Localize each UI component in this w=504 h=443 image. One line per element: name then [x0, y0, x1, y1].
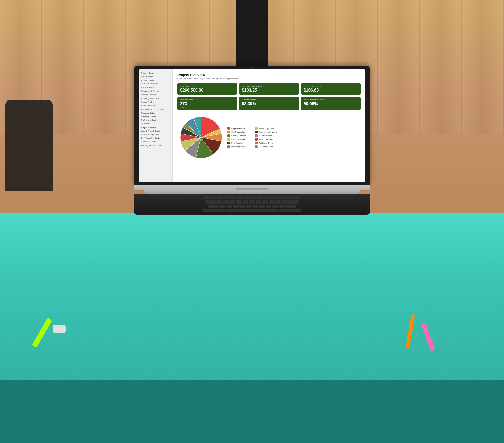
legend-color-swatch: [227, 138, 230, 141]
legend-color-swatch: [227, 131, 230, 133]
legend-color-swatch: [227, 134, 230, 137]
sidebar-item[interactable]: Calculator: [140, 122, 171, 126]
legend-label: Financing Costs: [259, 146, 273, 148]
sidebar-item[interactable]: Foundation Costs: [140, 140, 171, 144]
desk-front: [0, 385, 504, 443]
legend-color-swatch: [227, 127, 230, 130]
kpi-label: Project Duration: [180, 99, 234, 101]
legend-label: Marketing Sales: [231, 146, 245, 148]
legend-color-swatch: [255, 131, 258, 133]
sidebar-item[interactable]: Interior Finishes: [140, 100, 171, 104]
legend-color-swatch: [255, 127, 258, 130]
kpi-label: Cost per Sq Ft (Total): [304, 85, 358, 87]
legend-label: Permits Approvals: [259, 127, 275, 130]
kpi-value: 53.30%: [242, 102, 296, 106]
laptop-keyboard: [134, 194, 370, 215]
kpi-value: 273: [180, 102, 234, 106]
sidebar-item[interactable]: Professional Costs: [140, 118, 171, 122]
kpi-grid: Total Project Cost $266,500.00 Cost per …: [177, 83, 361, 110]
legend-item: Permits Approvals: [255, 127, 277, 130]
sidebar-item[interactable]: Project Timeline: [140, 79, 171, 82]
laptop-screen-bezel: Property DetailsProject DetailsProject T…: [134, 66, 370, 185]
sidebar-item[interactable]: Plumbing, Electrical &...: [140, 97, 171, 100]
legend-color-swatch: [255, 134, 258, 137]
legend-item: Major Systems: [255, 134, 277, 137]
laptop: Property DetailsProject DetailsProject T…: [134, 66, 370, 215]
main-content: Project Overview Overview of total costs…: [173, 69, 365, 182]
legend-label: Property Details: [231, 127, 245, 130]
legend-item: Financing Costs: [255, 145, 277, 148]
legend-label: Additional Costs: [259, 142, 273, 144]
sidebar: Property DetailsProject DetailsProject T…: [139, 69, 173, 182]
kpi-value: $106.60: [304, 88, 358, 93]
kpi-value: $133.25: [242, 88, 296, 93]
sidebar-item[interactable]: Site Preparation: [140, 86, 171, 89]
legend-label: Exterior Finishes: [259, 138, 274, 141]
legend-item: Framing Exterior: [227, 134, 250, 137]
pie-chart: [177, 114, 225, 161]
legend-item: Foundation Structure: [255, 131, 277, 133]
sidebar-item[interactable]: Appliances & Final Touches: [140, 108, 171, 111]
kpi-value: $266,500.00: [180, 88, 234, 93]
kpi-label: Cost per Sq Ft (Finished): [242, 85, 296, 87]
tape-dispenser: [52, 325, 66, 333]
laptop-screen: Property DetailsProject DetailsProject T…: [139, 69, 365, 182]
legend-color-swatch: [255, 138, 258, 141]
legend-item: Interior Finishes: [227, 138, 250, 141]
sidebar-item[interactable]: Project Overview: [140, 126, 171, 129]
pie-chart-container: [177, 114, 225, 161]
legend-label: Foundation Structure: [259, 131, 277, 133]
kpi-sub: days: [180, 106, 234, 108]
kpi-label: Return on Investment (ROI): [304, 99, 358, 101]
legend-item: Site Preparation: [227, 131, 250, 133]
laptop-hinge: [236, 188, 268, 190]
sidebar-item[interactable]: Framing & Exterior Costs: [140, 144, 171, 147]
legend-label: Site Preparation: [231, 131, 245, 133]
legend-color-swatch: [255, 145, 258, 148]
kpi-card-2: Cost per Sq Ft (Total) $106.60: [301, 83, 361, 95]
legend-label: Framing Exterior: [231, 135, 246, 137]
sidebar-item[interactable]: Property Details: [140, 71, 171, 75]
sidebar-item[interactable]: Permits & Legal Fees: [140, 133, 171, 137]
chart-area: Property Details Permits Approvals Site …: [177, 114, 361, 161]
legend-color-swatch: [227, 145, 230, 148]
sidebar-item[interactable]: Land & Property Costs: [140, 129, 171, 133]
kpi-label: Total Project Cost: [180, 85, 234, 87]
sidebar-item[interactable]: Exterior Finishes &...: [140, 104, 171, 108]
sidebar-item[interactable]: Permits & Approvals: [140, 82, 171, 86]
chair-back: [5, 100, 52, 191]
kpi-card-3: Project Duration 273 days: [177, 97, 237, 110]
legend: Property Details Permits Approvals Site …: [227, 127, 277, 148]
legend-color-swatch: [255, 142, 258, 144]
legend-label: Interior Finishes: [231, 138, 245, 141]
legend-item: Marketing Sales: [227, 145, 250, 148]
sidebar-item[interactable]: Foundation & Structure: [140, 89, 171, 93]
legend-label: Major Systems: [259, 135, 272, 137]
kpi-card-4: Budget Utilization 53.30%: [239, 97, 299, 110]
legend-color-swatch: [227, 142, 230, 144]
laptop-camera: [251, 67, 253, 69]
sidebar-item[interactable]: Project Details: [140, 75, 171, 79]
legend-item: Final Touches: [227, 142, 250, 144]
sidebar-item[interactable]: Framing & Exterior: [140, 93, 171, 97]
sidebar-item[interactable]: Marketing & Sales: [140, 115, 171, 119]
legend-label: Final Touches: [231, 142, 243, 144]
sidebar-item[interactable]: Financing Details: [140, 111, 171, 115]
laptop-base: [134, 185, 370, 190]
legend-item: Exterior Finishes: [255, 138, 277, 141]
page-subtitle: Overview of total costs, key metrics, an…: [177, 78, 361, 80]
kpi-card-0: Total Project Cost $266,500.00: [177, 83, 237, 95]
kpi-label: Budget Utilization: [242, 99, 296, 101]
kpi-card-1: Cost per Sq Ft (Finished) $133.25: [239, 83, 299, 95]
legend-item: Property Details: [227, 127, 250, 130]
kpi-value: 50.09%: [304, 102, 358, 106]
page-title: Project Overview: [177, 73, 361, 77]
sidebar-item[interactable]: Site Preparation Costs: [140, 136, 171, 140]
kpi-card-5: Return on Investment (ROI) 50.09%: [301, 97, 361, 110]
legend-item: Additional Costs: [255, 142, 277, 144]
laptop-bottom: [144, 190, 360, 194]
